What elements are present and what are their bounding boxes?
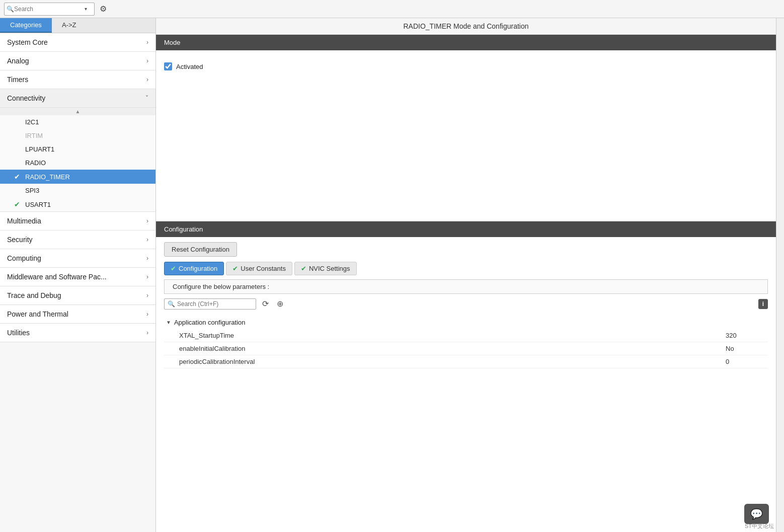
gear-button[interactable]: ⚙	[99, 3, 108, 15]
chevron-right-icon: ›	[146, 76, 148, 83]
mode-section-header: Mode	[156, 35, 776, 50]
checkmark-icon: ✔	[14, 173, 22, 181]
sidebar-item-utilities[interactable]: Utilities ›	[0, 324, 155, 342]
param-tree: ▼ Application configuration XTAL_Startup…	[156, 314, 776, 532]
sidebar-item-label: Power and Thermal	[7, 310, 68, 318]
sidebar-item-security[interactable]: Security ›	[0, 231, 155, 249]
subitem-label: RADIO	[25, 159, 46, 167]
sidebar-subitem-radio-timer[interactable]: ✔ RADIO_TIMER	[0, 170, 155, 184]
search-icon: 🔍	[7, 6, 14, 13]
top-search-input[interactable]	[14, 6, 85, 13]
sidebar-item-label: Security	[7, 236, 33, 244]
param-value: 0	[726, 358, 766, 365]
sidebar-item-connectivity[interactable]: Connectivity ˅	[0, 89, 155, 108]
param-search-field[interactable]: 🔍	[164, 298, 256, 310]
subitem-label: I2C1	[25, 118, 39, 126]
param-group-header[interactable]: ▼ Application configuration	[164, 316, 768, 329]
search-box[interactable]: 🔍 ▾	[4, 3, 95, 16]
chevron-right-icon: ›	[146, 57, 148, 64]
connectivity-subitems: ▲ I2C1 IRTIM LPUART1 RADIO	[0, 108, 155, 212]
top-bar: 🔍 ▾ ⚙	[0, 0, 784, 18]
config-tabs: ✔ Configuration ✔ User Constants ✔ NVIC …	[156, 262, 776, 279]
sidebar-item-trace-debug[interactable]: Trace and Debug ›	[0, 286, 155, 305]
config-section-header: Configuration	[156, 221, 776, 237]
sidebar-subitem-radio[interactable]: RADIO	[0, 156, 155, 170]
sidebar-tabs: Categories A->Z	[0, 18, 155, 33]
subitem-label: IRTIM	[25, 132, 43, 139]
reset-config-button[interactable]: Reset Configuration	[164, 242, 237, 257]
nav-prev-icon[interactable]: ⟳	[260, 298, 271, 310]
chevron-right-icon: ›	[146, 236, 148, 243]
sidebar-item-label: Middleware and Software Pac...	[7, 273, 107, 281]
sidebar-subitem-lpuart1[interactable]: LPUART1	[0, 142, 155, 156]
subitem-label: RADIO_TIMER	[25, 173, 70, 181]
config-tab-user-constants[interactable]: ✔ User Constants	[226, 262, 292, 275]
sidebar-subitem-i2c1[interactable]: I2C1	[0, 115, 155, 129]
chevron-right-icon: ›	[146, 273, 148, 280]
chevron-right-icon: ›	[146, 217, 148, 224]
subitem-label: USART1	[25, 201, 51, 208]
sidebar-item-analog[interactable]: Analog ›	[0, 52, 155, 70]
sidebar-item-label: Utilities	[7, 329, 30, 337]
sidebar-item-power-thermal[interactable]: Power and Thermal ›	[0, 305, 155, 324]
collapse-handle[interactable]: ▲	[0, 108, 155, 115]
main-layout: Categories A->Z System Core › Analog › T…	[0, 18, 784, 532]
chevron-right-icon: ›	[146, 255, 148, 262]
tab-az[interactable]: A->Z	[52, 18, 87, 33]
param-value: 320	[726, 332, 766, 339]
param-group-label: Application configuration	[174, 319, 246, 326]
chat-bubble[interactable]: 💬	[744, 504, 769, 524]
sidebar-item-label: Connectivity	[7, 94, 45, 102]
table-row: periodicCalibrationInterval 0	[164, 355, 768, 368]
search-icon: 🔍	[168, 300, 175, 308]
sidebar: Categories A->Z System Core › Analog › T…	[0, 18, 156, 532]
search-row: 🔍 ⟳ ⊕ i	[156, 294, 776, 314]
tab-check-icon: ✔	[232, 265, 238, 272]
sidebar-subitem-usart1[interactable]: ✔ USART1	[0, 197, 155, 211]
expand-icon: ▼	[166, 320, 171, 325]
chevron-down-icon[interactable]: ▾	[85, 6, 87, 12]
content-area: RADIO_TIMER Mode and Configuration Mode …	[156, 18, 776, 532]
chevron-right-icon: ›	[146, 292, 148, 299]
sidebar-item-label: Multimedia	[7, 217, 41, 225]
chevron-down-icon: ˅	[145, 95, 148, 102]
configure-label: Configure the below parameters :	[164, 279, 768, 294]
sidebar-subitem-spi3[interactable]: SPI3	[0, 184, 155, 197]
param-name: enableInitialCalibration	[179, 345, 726, 352]
sidebar-item-middleware[interactable]: Middleware and Software Pac... ›	[0, 268, 155, 286]
tab-label: Configuration	[179, 265, 217, 272]
config-tab-configuration[interactable]: ✔ Configuration	[164, 262, 224, 275]
collapse-icon: ▲	[75, 109, 81, 114]
chevron-right-icon: ›	[146, 39, 148, 46]
sidebar-item-multimedia[interactable]: Multimedia ›	[0, 212, 155, 231]
param-value: No	[726, 345, 766, 352]
gear-icon: ⚙	[100, 5, 107, 13]
sidebar-item-system-core[interactable]: System Core ›	[0, 33, 155, 52]
activated-checkbox[interactable]	[164, 62, 172, 70]
param-name: periodicCalibrationInterval	[179, 358, 726, 365]
config-tab-nvic-settings[interactable]: ✔ NVIC Settings	[294, 262, 357, 275]
tab-check-icon: ✔	[171, 265, 176, 272]
page-title: RADIO_TIMER Mode and Configuration	[156, 18, 776, 35]
tab-categories[interactable]: Categories	[0, 18, 52, 33]
sidebar-item-label: Timers	[7, 75, 28, 84]
param-name: XTAL_StartupTime	[179, 332, 726, 339]
activated-label: Activated	[176, 63, 203, 70]
sidebar-item-timers[interactable]: Timers ›	[0, 70, 155, 89]
sidebar-subitem-irtim: IRTIM	[0, 129, 155, 142]
chevron-right-icon: ›	[146, 329, 148, 336]
tab-label: User Constants	[241, 265, 286, 272]
param-search-input[interactable]	[177, 300, 253, 308]
right-scrollbar[interactable]	[776, 18, 784, 532]
sidebar-item-computing[interactable]: Computing ›	[0, 249, 155, 268]
info-button[interactable]: i	[758, 299, 768, 309]
sidebar-item-label: Analog	[7, 57, 29, 65]
tab-label: NVIC Settings	[309, 265, 350, 272]
mode-section: Activated	[156, 50, 776, 221]
activated-row: Activated	[164, 58, 768, 74]
nav-next-icon[interactable]: ⊕	[275, 298, 285, 310]
table-row: XTAL_StartupTime 320	[164, 329, 768, 342]
table-row: enableInitialCalibration No	[164, 342, 768, 355]
config-section: Reset Configuration ✔ Configuration ✔ Us…	[156, 237, 776, 532]
st-label: ST中文论坛	[745, 522, 774, 530]
